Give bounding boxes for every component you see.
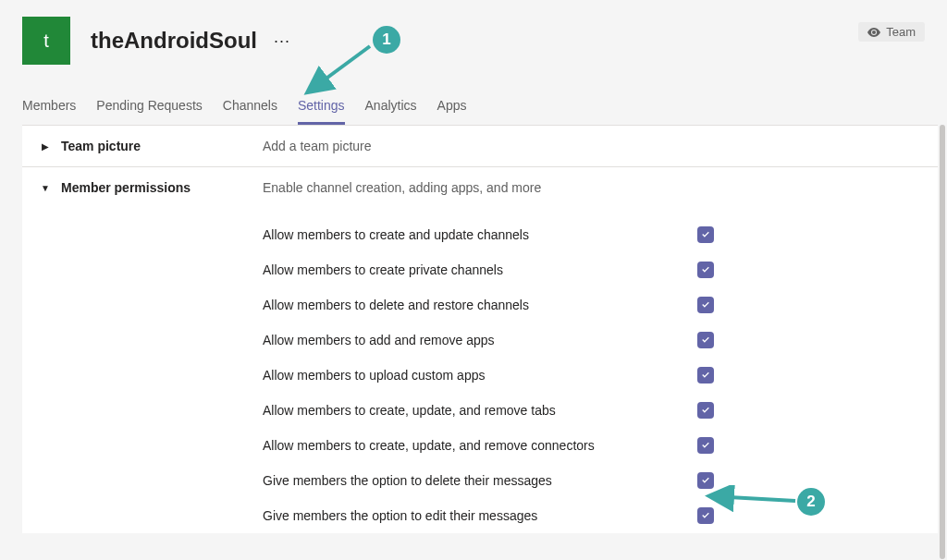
permission-label: Allow members to upload custom apps: [263, 368, 697, 383]
tab-pending-requests[interactable]: Pending Requests: [96, 98, 202, 125]
permission-label: Allow members to create, update, and rem…: [263, 403, 697, 418]
tab-apps[interactable]: Apps: [437, 98, 467, 125]
permission-label: Allow members to add and remove apps: [263, 333, 697, 347]
chevron-right-icon: ▶: [41, 141, 50, 151]
section-member-permissions: ▼ Member permissions Enable channel crea…: [22, 167, 938, 533]
eye-icon: [867, 28, 880, 37]
more-options-button[interactable]: ···: [266, 28, 298, 55]
permission-row: Allow members to upload custom apps: [263, 358, 919, 393]
permission-checkbox-tabs[interactable]: [697, 402, 714, 419]
section-title: Team picture: [61, 139, 141, 153]
chevron-down-icon: ▼: [41, 183, 50, 192]
tab-channels[interactable]: Channels: [223, 98, 277, 125]
annotation-circle-2: 2: [797, 488, 825, 516]
permission-row: Allow members to create private channels: [263, 252, 919, 287]
tab-bar: Members Pending Requests Channels Settin…: [0, 72, 947, 125]
scrollbar[interactable]: [940, 125, 945, 559]
section-title: Member permissions: [61, 180, 191, 195]
badge-label: Team: [886, 25, 916, 39]
permission-list: Allow members to create and update chann…: [263, 195, 919, 533]
permission-checkbox-create-update-channels[interactable]: [697, 226, 714, 243]
permission-checkbox-delete-restore-channels[interactable]: [697, 297, 714, 313]
tab-analytics[interactable]: Analytics: [365, 98, 417, 125]
permission-label: Give members the option to edit their me…: [263, 508, 697, 523]
permission-checkbox-edit-messages[interactable]: [697, 507, 714, 524]
team-avatar: t: [22, 17, 70, 65]
annotation-circle-1: 1: [373, 26, 400, 54]
section-member-permissions-header[interactable]: ▼ Member permissions: [41, 180, 263, 195]
team-name: theAndroidSoul: [91, 28, 257, 54]
permission-row: Allow members to create, update, and rem…: [263, 393, 919, 428]
permission-checkbox-add-remove-apps[interactable]: [697, 332, 714, 348]
permission-label: Allow members to delete and restore chan…: [263, 298, 697, 312]
settings-panel: ▶ Team picture Add a team picture ▼ Memb…: [22, 125, 938, 533]
permission-label: Allow members to create private channels: [263, 262, 697, 277]
permission-row: Allow members to create, update, and rem…: [263, 428, 919, 463]
permission-label: Allow members to create and update chann…: [263, 227, 697, 242]
permission-row: Allow members to create and update chann…: [263, 217, 919, 252]
permission-checkbox-delete-messages[interactable]: [697, 472, 714, 489]
tab-members[interactable]: Members: [22, 98, 76, 125]
tab-settings[interactable]: Settings: [298, 98, 345, 125]
permission-checkbox-private-channels[interactable]: [697, 262, 714, 278]
permission-row: Allow members to add and remove apps: [263, 323, 919, 358]
permission-label: Allow members to create, update, and rem…: [263, 438, 697, 453]
permission-checkbox-upload-custom-apps[interactable]: [697, 367, 714, 383]
team-visibility-badge[interactable]: Team: [858, 22, 925, 42]
section-team-picture: ▶ Team picture Add a team picture: [22, 126, 938, 167]
permission-checkbox-connectors[interactable]: [697, 437, 714, 454]
permission-row: Allow members to delete and restore chan…: [263, 287, 919, 323]
permission-label: Give members the option to delete their …: [263, 473, 697, 488]
section-description: Enable channel creation, adding apps, an…: [263, 180, 919, 195]
page-header: t theAndroidSoul ··· Team: [0, 0, 947, 72]
section-description: Add a team picture: [263, 139, 919, 153]
section-team-picture-header[interactable]: ▶ Team picture: [41, 139, 263, 153]
